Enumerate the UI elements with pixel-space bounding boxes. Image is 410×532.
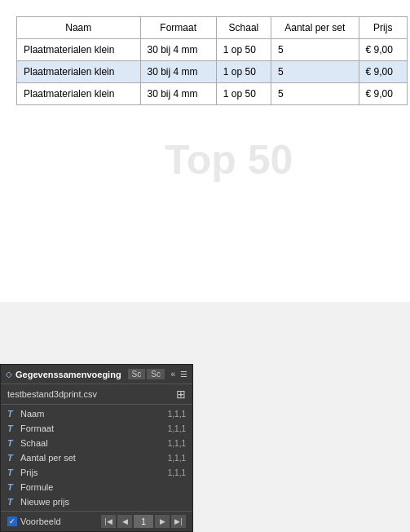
panel-field-left-3: TAantal per set [7,453,76,463]
panel-field-left-2: TSchaal [7,438,48,448]
t-icon-6: T [7,497,15,507]
col-header-prijs: Prijs [359,17,407,39]
table-cell-aantal-1: 5 [271,61,359,83]
panel-field-0[interactable]: TNaam1,1,1 [1,406,192,421]
file-icon: ⊞ [176,388,186,401]
table-cell-formaat-1: 30 bij 4 mm [140,61,216,83]
table-cell-schaal-0: 1 op 50 [216,39,271,61]
field-label-5: Formule [20,482,53,492]
field-coords-0: 1,1,1 [168,410,186,419]
col-header-schaal: Schaal [216,17,271,39]
table-cell-schaal-2: 1 op 50 [216,83,271,105]
panel-field-1[interactable]: TFormaat1,1,1 [1,421,192,436]
panel-field-left-5: TFormule [7,482,53,492]
field-label-3: Aantal per set [20,453,76,463]
panel-field-left-0: TNaam [7,409,44,419]
panel-field-2[interactable]: TSchaal1,1,1 [1,436,192,450]
data-table: Naam Formaat Schaal Aantal per set Prijs… [16,16,408,105]
field-coords-2: 1,1,1 [168,439,186,448]
panel-header: ◇ Gegevenssamenvoeging Sc Sc « ☰ [1,365,192,384]
file-name-label: testbestand3dprint.csv [7,389,97,399]
preview-label: Voorbeeld [20,516,61,526]
panel-double-arrow-icon[interactable]: « [170,370,175,379]
panel-controls: « ☰ [170,370,187,379]
panel-fields-list: TNaam1,1,1TFormaat1,1,1TSchaal1,1,1TAant… [1,405,192,511]
data-merge-panel: ◇ Gegevenssamenvoeging Sc Sc « ☰ testbes… [0,364,193,532]
t-icon-3: T [7,453,15,463]
nav-prev-button[interactable]: ◀ [117,515,132,528]
t-icon-1: T [7,423,15,433]
panel-field-5[interactable]: TFormule [1,480,192,494]
background-text: Top 50 [165,136,293,184]
checkbox-icon: ✓ [7,516,17,526]
panel-field-left-6: TNieuwe prijs [7,497,69,507]
table-cell-aantal-0: 5 [271,39,359,61]
panel-field-4[interactable]: TPrijs1,1,1 [1,465,192,480]
t-icon-2: T [7,438,15,448]
panel-tabs: Sc Sc [128,369,165,379]
panel-file-row: testbestand3dprint.csv ⊞ [1,384,192,405]
panel-field-left-1: TFormaat [7,423,54,433]
table-cell-aantal-2: 5 [271,83,359,105]
panel-tab-2[interactable]: Sc [147,369,165,379]
panel-field-6[interactable]: TNieuwe prijs [1,494,192,509]
nav-first-button[interactable]: |◀ [101,515,116,528]
table-cell-naam-2: Plaatmaterialen klein [17,83,141,105]
panel-tab-1[interactable]: Sc [128,369,146,379]
preview-checkbox-row[interactable]: ✓ Voorbeeld [7,516,61,526]
table-cell-naam-1: Plaatmaterialen klein [17,61,141,83]
table-cell-prijs-0: € 9,00 [359,39,407,61]
panel-field-left-4: TPrijs [7,468,37,477]
table-cell-formaat-2: 30 bij 4 mm [140,83,216,105]
pagination-controls: |◀ ◀ ▶ ▶| [101,515,186,528]
col-header-formaat: Formaat [140,17,216,39]
panel-title: Gegevenssamenvoeging [15,370,121,379]
panel-menu-icon[interactable]: ☰ [180,370,187,379]
field-coords-3: 1,1,1 [168,454,186,463]
table-cell-prijs-1: € 9,00 [359,61,407,83]
col-header-naam: Naam [17,17,141,39]
nav-next-button[interactable]: ▶ [155,515,170,528]
panel-header-left: ◇ Gegevenssamenvoeging Sc Sc [6,369,165,379]
table-cell-schaal-1: 1 op 50 [216,61,271,83]
nav-last-button[interactable]: ▶| [171,515,186,528]
t-icon-0: T [7,409,15,419]
col-header-aantal: Aantal per set [271,17,359,39]
panel-footer: ✓ Voorbeeld |◀ ◀ ▶ ▶| [1,511,192,531]
field-coords-1: 1,1,1 [168,424,186,433]
field-label-6: Nieuwe prijs [20,497,69,507]
table-cell-naam-0: Plaatmaterialen klein [17,39,141,61]
field-coords-4: 1,1,1 [168,468,186,477]
panel-field-3[interactable]: TAantal per set1,1,1 [1,450,192,465]
field-label-0: Naam [20,409,44,419]
t-icon-5: T [7,482,15,492]
document-area: Top 50 Naam Formaat Schaal Aantal per se… [0,0,410,302]
field-label-2: Schaal [20,438,48,448]
t-icon-4: T [7,468,15,477]
diamond-icon: ◇ [6,370,12,379]
page-number-input[interactable] [134,515,153,528]
table-cell-formaat-0: 30 bij 4 mm [140,39,216,61]
field-label-4: Prijs [20,468,37,477]
field-label-1: Formaat [20,423,54,433]
table-cell-prijs-2: € 9,00 [359,83,407,105]
